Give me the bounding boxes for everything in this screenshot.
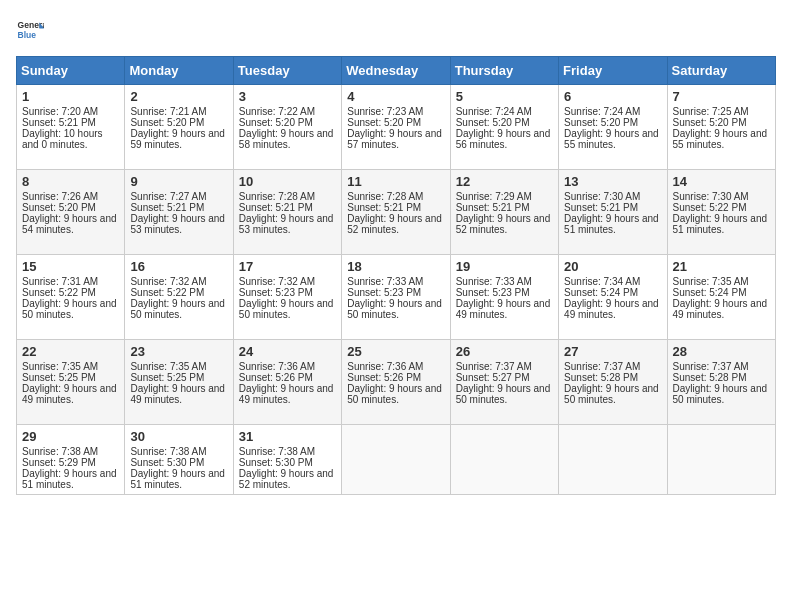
sunset-text: Sunset: 5:20 PM [673, 117, 770, 128]
calendar-cell: 16Sunrise: 7:32 AMSunset: 5:22 PMDayligh… [125, 255, 233, 340]
sunset-text: Sunset: 5:21 PM [130, 202, 227, 213]
day-number: 19 [456, 259, 553, 274]
calendar-cell: 19Sunrise: 7:33 AMSunset: 5:23 PMDayligh… [450, 255, 558, 340]
day-number: 3 [239, 89, 336, 104]
sunrise-text: Sunrise: 7:22 AM [239, 106, 336, 117]
day-number: 21 [673, 259, 770, 274]
daylight-text: Daylight: 9 hours and 56 minutes. [456, 128, 553, 150]
calendar-cell: 30Sunrise: 7:38 AMSunset: 5:30 PMDayligh… [125, 425, 233, 495]
day-number: 8 [22, 174, 119, 189]
sunrise-text: Sunrise: 7:37 AM [673, 361, 770, 372]
calendar-cell [450, 425, 558, 495]
sunset-text: Sunset: 5:22 PM [673, 202, 770, 213]
calendar-cell: 21Sunrise: 7:35 AMSunset: 5:24 PMDayligh… [667, 255, 775, 340]
sunset-text: Sunset: 5:22 PM [22, 287, 119, 298]
sunset-text: Sunset: 5:26 PM [347, 372, 444, 383]
sunset-text: Sunset: 5:30 PM [239, 457, 336, 468]
daylight-text: Daylight: 9 hours and 50 minutes. [347, 298, 444, 320]
day-number: 16 [130, 259, 227, 274]
sunrise-text: Sunrise: 7:37 AM [564, 361, 661, 372]
day-number: 30 [130, 429, 227, 444]
calendar-cell: 11Sunrise: 7:28 AMSunset: 5:21 PMDayligh… [342, 170, 450, 255]
calendar-week-row: 1Sunrise: 7:20 AMSunset: 5:21 PMDaylight… [17, 85, 776, 170]
day-number: 27 [564, 344, 661, 359]
daylight-text: Daylight: 10 hours and 0 minutes. [22, 128, 119, 150]
day-number: 4 [347, 89, 444, 104]
sunset-text: Sunset: 5:25 PM [130, 372, 227, 383]
sunrise-text: Sunrise: 7:35 AM [130, 361, 227, 372]
daylight-text: Daylight: 9 hours and 53 minutes. [130, 213, 227, 235]
calendar-cell: 8Sunrise: 7:26 AMSunset: 5:20 PMDaylight… [17, 170, 125, 255]
sunset-text: Sunset: 5:24 PM [673, 287, 770, 298]
sunset-text: Sunset: 5:29 PM [22, 457, 119, 468]
daylight-text: Daylight: 9 hours and 55 minutes. [673, 128, 770, 150]
sunrise-text: Sunrise: 7:30 AM [673, 191, 770, 202]
calendar-cell: 17Sunrise: 7:32 AMSunset: 5:23 PMDayligh… [233, 255, 341, 340]
daylight-text: Daylight: 9 hours and 57 minutes. [347, 128, 444, 150]
day-number: 7 [673, 89, 770, 104]
header-thursday: Thursday [450, 57, 558, 85]
calendar-cell: 28Sunrise: 7:37 AMSunset: 5:28 PMDayligh… [667, 340, 775, 425]
daylight-text: Daylight: 9 hours and 58 minutes. [239, 128, 336, 150]
sunset-text: Sunset: 5:20 PM [347, 117, 444, 128]
daylight-text: Daylight: 9 hours and 51 minutes. [673, 213, 770, 235]
day-number: 10 [239, 174, 336, 189]
svg-text:Blue: Blue [18, 30, 37, 40]
calendar-cell: 23Sunrise: 7:35 AMSunset: 5:25 PMDayligh… [125, 340, 233, 425]
sunrise-text: Sunrise: 7:35 AM [673, 276, 770, 287]
daylight-text: Daylight: 9 hours and 49 minutes. [673, 298, 770, 320]
header-sunday: Sunday [17, 57, 125, 85]
header-wednesday: Wednesday [342, 57, 450, 85]
daylight-text: Daylight: 9 hours and 50 minutes. [130, 298, 227, 320]
daylight-text: Daylight: 9 hours and 59 minutes. [130, 128, 227, 150]
page-header: General Blue [16, 16, 776, 44]
header-monday: Monday [125, 57, 233, 85]
daylight-text: Daylight: 9 hours and 50 minutes. [347, 383, 444, 405]
day-number: 25 [347, 344, 444, 359]
daylight-text: Daylight: 9 hours and 50 minutes. [673, 383, 770, 405]
calendar-cell: 22Sunrise: 7:35 AMSunset: 5:25 PMDayligh… [17, 340, 125, 425]
daylight-text: Daylight: 9 hours and 55 minutes. [564, 128, 661, 150]
calendar-cell [667, 425, 775, 495]
calendar-table: SundayMondayTuesdayWednesdayThursdayFrid… [16, 56, 776, 495]
sunrise-text: Sunrise: 7:38 AM [130, 446, 227, 457]
calendar-cell: 20Sunrise: 7:34 AMSunset: 5:24 PMDayligh… [559, 255, 667, 340]
day-number: 17 [239, 259, 336, 274]
sunset-text: Sunset: 5:24 PM [564, 287, 661, 298]
calendar-cell: 10Sunrise: 7:28 AMSunset: 5:21 PMDayligh… [233, 170, 341, 255]
day-number: 18 [347, 259, 444, 274]
calendar-cell: 6Sunrise: 7:24 AMSunset: 5:20 PMDaylight… [559, 85, 667, 170]
sunrise-text: Sunrise: 7:29 AM [456, 191, 553, 202]
daylight-text: Daylight: 9 hours and 50 minutes. [239, 298, 336, 320]
daylight-text: Daylight: 9 hours and 54 minutes. [22, 213, 119, 235]
sunrise-text: Sunrise: 7:33 AM [456, 276, 553, 287]
sunrise-text: Sunrise: 7:32 AM [130, 276, 227, 287]
sunrise-text: Sunrise: 7:35 AM [22, 361, 119, 372]
calendar-cell: 7Sunrise: 7:25 AMSunset: 5:20 PMDaylight… [667, 85, 775, 170]
sunrise-text: Sunrise: 7:21 AM [130, 106, 227, 117]
sunrise-text: Sunrise: 7:25 AM [673, 106, 770, 117]
calendar-header-row: SundayMondayTuesdayWednesdayThursdayFrid… [17, 57, 776, 85]
sunset-text: Sunset: 5:28 PM [673, 372, 770, 383]
sunset-text: Sunset: 5:23 PM [347, 287, 444, 298]
sunset-text: Sunset: 5:20 PM [564, 117, 661, 128]
day-number: 22 [22, 344, 119, 359]
daylight-text: Daylight: 9 hours and 49 minutes. [239, 383, 336, 405]
day-number: 26 [456, 344, 553, 359]
sunrise-text: Sunrise: 7:33 AM [347, 276, 444, 287]
sunrise-text: Sunrise: 7:27 AM [130, 191, 227, 202]
sunrise-text: Sunrise: 7:23 AM [347, 106, 444, 117]
calendar-week-row: 8Sunrise: 7:26 AMSunset: 5:20 PMDaylight… [17, 170, 776, 255]
sunset-text: Sunset: 5:20 PM [456, 117, 553, 128]
sunrise-text: Sunrise: 7:36 AM [347, 361, 444, 372]
daylight-text: Daylight: 9 hours and 52 minutes. [239, 468, 336, 490]
day-number: 5 [456, 89, 553, 104]
sunset-text: Sunset: 5:20 PM [22, 202, 119, 213]
day-number: 2 [130, 89, 227, 104]
calendar-cell: 24Sunrise: 7:36 AMSunset: 5:26 PMDayligh… [233, 340, 341, 425]
day-number: 20 [564, 259, 661, 274]
calendar-cell: 14Sunrise: 7:30 AMSunset: 5:22 PMDayligh… [667, 170, 775, 255]
header-tuesday: Tuesday [233, 57, 341, 85]
sunrise-text: Sunrise: 7:24 AM [456, 106, 553, 117]
calendar-week-row: 15Sunrise: 7:31 AMSunset: 5:22 PMDayligh… [17, 255, 776, 340]
